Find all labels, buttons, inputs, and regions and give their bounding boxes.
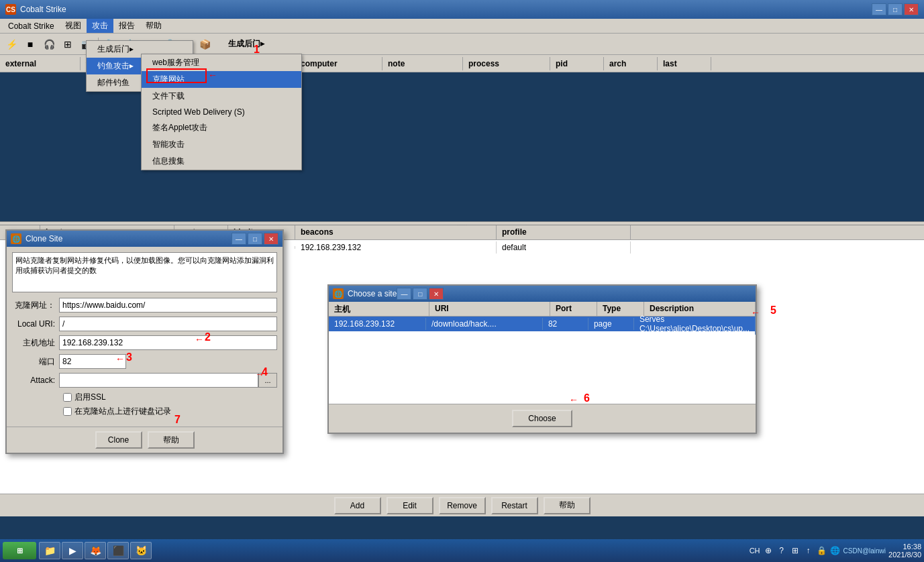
restore-button[interactable]: □ bbox=[888, 3, 903, 15]
restart-button[interactable]: Restart bbox=[491, 497, 538, 514]
attack-input[interactable] bbox=[59, 373, 258, 388]
clone-close[interactable]: ✕ bbox=[264, 233, 278, 245]
phishing-submenu: web服务管理 克隆网站 文件下载 Scripted Web Delivery … bbox=[141, 54, 302, 170]
app-icon: CS bbox=[5, 4, 16, 15]
choose-restore[interactable]: □ bbox=[413, 288, 427, 300]
toolbar-btn-10[interactable]: 📦 bbox=[196, 36, 213, 52]
clone-minimize[interactable]: — bbox=[232, 233, 246, 245]
toolbar-btn-0[interactable]: ⚡ bbox=[3, 36, 20, 52]
menu-clone-site[interactable]: 克隆网站 bbox=[142, 71, 301, 88]
taskbar-app-media[interactable]: ▶ bbox=[62, 542, 83, 559]
ct-col-host: 主机 bbox=[329, 302, 429, 316]
toolbar-btn-1[interactable]: ■ bbox=[21, 36, 39, 52]
taskbar-app-terminal[interactable]: ⬛ bbox=[107, 542, 129, 559]
clone-dialog: 🌐 Clone Site — □ ✕ 网站克隆者复制网站并修复代码，以便加载图像… bbox=[5, 229, 284, 454]
tray-icon-1: ⊕ bbox=[763, 545, 774, 556]
clone-url-input[interactable] bbox=[59, 298, 277, 313]
lr-cell-beacons: 192.168.239.132 bbox=[295, 241, 497, 254]
menu-signed-applet[interactable]: 签名Applet攻击 bbox=[142, 119, 301, 136]
local-uri-row: Local URI: bbox=[12, 317, 277, 331]
remove-button[interactable]: Remove bbox=[439, 497, 486, 514]
choose-dialog-icon: 🌐 bbox=[333, 288, 344, 299]
edit-button[interactable]: Edit bbox=[387, 497, 433, 514]
close-button[interactable]: ✕ bbox=[904, 3, 919, 15]
ct-col-port: Port bbox=[550, 302, 597, 316]
toolbar-btn-3[interactable]: ⊞ bbox=[59, 36, 76, 52]
col-process: process bbox=[463, 57, 550, 70]
port-input[interactable] bbox=[59, 354, 126, 369]
toolbar-btn-2[interactable]: 🎧 bbox=[40, 36, 58, 52]
help-listeners-button[interactable]: 帮助 bbox=[544, 497, 591, 514]
start-button[interactable]: ⊞ bbox=[3, 542, 36, 559]
menu-report[interactable]: 报告 bbox=[113, 19, 140, 33]
ct-cell-uri: /download/hack.... bbox=[426, 318, 543, 330]
tray-icon-3: ⊞ bbox=[790, 545, 801, 556]
menu-smart-attack[interactable]: 智能攻击 bbox=[142, 136, 301, 153]
clone-dialog-icon: 🌐 bbox=[11, 233, 21, 244]
clone-restore[interactable]: □ bbox=[248, 233, 262, 245]
lh-col-profile: profile bbox=[497, 225, 631, 239]
add-button[interactable]: Add bbox=[334, 497, 381, 514]
toolbar-label-generate: 生成后门▸ bbox=[228, 38, 264, 50]
menu-info-gather[interactable]: 信息搜集 bbox=[142, 153, 301, 170]
menu-file-download[interactable]: 文件下载 bbox=[142, 88, 301, 105]
window-controls: — □ ✕ bbox=[872, 3, 919, 15]
tray-icon-lock: 🔒 bbox=[817, 545, 827, 556]
local-uri-label: Local URI: bbox=[12, 319, 59, 329]
keyboard-label: 在克隆站点上进行键盘记录 bbox=[74, 406, 171, 417]
keyboard-checkbox[interactable] bbox=[63, 407, 72, 416]
menu-web-management[interactable]: web服务管理 bbox=[142, 54, 301, 71]
menu-view[interactable]: 视图 bbox=[60, 19, 87, 33]
port-label: 端口 bbox=[12, 356, 59, 368]
taskbar-tray: CH ⊕ ? ⊞ ↑ 🔒 🌐 CSDN@lainwi 16:38 2021/8/… bbox=[750, 543, 921, 559]
title-bar: CS Cobalt Strike — □ ✕ bbox=[0, 0, 924, 19]
taskbar-app-firefox[interactable]: 🦊 bbox=[85, 542, 106, 559]
col-note: note bbox=[382, 57, 463, 70]
col-pid: pid bbox=[550, 57, 604, 70]
clone-dialog-title-text: Clone Site bbox=[25, 234, 232, 243]
choose-table-body: 192.168.239.132 /download/hack.... 82 pa… bbox=[329, 317, 756, 404]
clone-help-button[interactable]: 帮助 bbox=[148, 431, 195, 449]
ct-cell-host: 192.168.239.132 bbox=[329, 318, 426, 330]
menu-help[interactable]: 帮助 bbox=[140, 19, 167, 33]
tray-csdn: CSDN@lainwi bbox=[843, 547, 886, 555]
clone-button[interactable]: Clone bbox=[95, 431, 142, 449]
ct-cell-port: 82 bbox=[543, 318, 588, 330]
col-last: last bbox=[658, 57, 711, 70]
taskbar: ⊞ 📁 ▶ 🦊 ⬛ 🐱 CH ⊕ ? ⊞ ↑ 🔒 🌐 CSDN@lainwi 1… bbox=[0, 539, 924, 562]
minimize-button[interactable]: — bbox=[872, 3, 886, 15]
menu-attack[interactable]: 攻击 bbox=[87, 19, 113, 33]
ct-cell-desc: Serves C:\Users\alice\Desktop\cs\up... bbox=[634, 313, 756, 335]
choose-dialog: 🌐 Choose a site — □ ✕ 主机 URI Port Type D… bbox=[327, 284, 757, 434]
choose-close[interactable]: ✕ bbox=[429, 288, 444, 300]
taskbar-app-explorer[interactable]: 📁 bbox=[39, 542, 60, 559]
tray-icon-4: ↑ bbox=[803, 545, 814, 556]
beacon-body bbox=[0, 72, 924, 221]
choose-table-row[interactable]: 192.168.239.132 /download/hack.... 82 pa… bbox=[329, 317, 756, 331]
clock-date: 2021/8/30 bbox=[888, 551, 921, 559]
ssl-label: 启用SSL bbox=[74, 392, 106, 403]
clone-description: 网站克隆者复制网站并修复代码，以便加载图像。您可以向克隆网站添加漏洞利用或捕获访… bbox=[12, 252, 277, 292]
choose-button[interactable]: Choose bbox=[512, 410, 572, 427]
tray-icon-2: ? bbox=[776, 545, 787, 556]
ssl-checkbox[interactable] bbox=[63, 393, 72, 402]
choose-footer: Choose bbox=[329, 404, 756, 433]
choose-minimize[interactable]: — bbox=[397, 288, 411, 300]
choose-dialog-title: 🌐 Choose a site — □ ✕ bbox=[329, 286, 756, 302]
lh-col-beacons: beacons bbox=[295, 225, 497, 239]
col-computer: computer bbox=[295, 57, 382, 70]
choose-dialog-controls: — □ ✕ bbox=[397, 288, 444, 300]
menu-scripted-delivery[interactable]: Scripted Web Delivery (S) bbox=[142, 105, 301, 119]
clone-dialog-title: 🌐 Clone Site — □ ✕ bbox=[7, 231, 283, 247]
col-external: external bbox=[0, 57, 81, 70]
clone-url-label: 克隆网址： bbox=[12, 300, 59, 311]
host-label: 主机地址 bbox=[12, 337, 59, 349]
host-input[interactable] bbox=[59, 335, 277, 350]
browse-button[interactable]: ... bbox=[258, 373, 277, 388]
taskbar-app-cobalt[interactable]: 🐱 bbox=[130, 542, 152, 559]
host-row: 主机地址 bbox=[12, 335, 277, 350]
menu-cobalt-strike[interactable]: Cobalt Strike bbox=[3, 20, 60, 32]
ssl-row: 启用SSL bbox=[63, 392, 277, 403]
local-uri-input[interactable] bbox=[59, 317, 277, 331]
keyboard-row: 在克隆站点上进行键盘记录 bbox=[63, 406, 277, 417]
